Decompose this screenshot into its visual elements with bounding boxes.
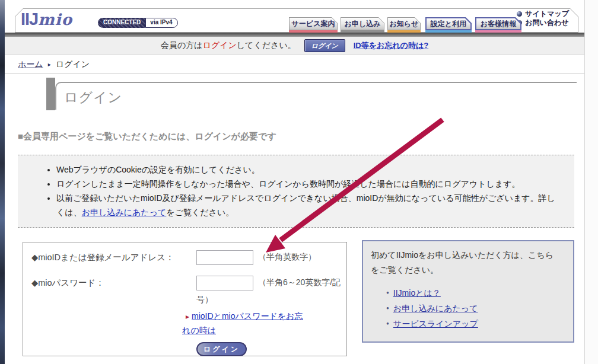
tab-settings-usage[interactable]: 設定と利用: [425, 17, 472, 33]
bullet-icon: ●: [386, 316, 389, 331]
iijmio-logo[interactable]: IIJmio: [21, 9, 72, 29]
signup-guide-inline-link[interactable]: お申し込みにあたって: [82, 207, 167, 217]
breadcrumb-current: ログイン: [56, 59, 90, 70]
page-title-accent-bar: [46, 78, 55, 110]
globe-icon: [517, 11, 522, 17]
window-edge: [0, 0, 5, 364]
forgot-mioid-link[interactable]: mioIDとmioパスワードをお忘れの時は: [182, 311, 303, 335]
nav-tabs: サービス案内 お申し込み お知らせ 設定と利用 お客様情報: [289, 17, 521, 33]
header-utility-links: サイトマップ お問い合わせ: [517, 9, 569, 27]
service-lineup-link[interactable]: サービスラインアップ: [393, 316, 478, 331]
before-signup-link[interactable]: お申し込みにあたって: [393, 301, 478, 316]
header-login-button[interactable]: ログイン: [304, 39, 345, 52]
tab-news[interactable]: お知らせ: [387, 17, 421, 33]
breadcrumb: ホーム ▸ ログイン: [5, 55, 584, 74]
contact-link[interactable]: お問い合わせ: [517, 18, 569, 27]
note-item: WebブラウザのCookieの設定を有効にしてください。: [56, 162, 562, 177]
login-notes-box: WebブラウザのCookieの設定を有効にしてください。 ログインしたまま一定時…: [18, 155, 574, 228]
page: IIJmio CONNECTED via IPv4 サイトマップ お問い合わせ …: [0, 0, 598, 364]
page-title-box: ログイン: [55, 82, 577, 110]
mioid-format-note: （半角英数字）: [258, 252, 316, 261]
bullet-icon: ●: [386, 285, 389, 301]
login-submit-button[interactable]: ログイン: [196, 342, 247, 356]
red-arrow-icon: ▸: [186, 312, 189, 321]
what-is-iijmio-link[interactable]: IIJmioとは？: [393, 285, 441, 301]
via-ipv4-label: via IPv4: [145, 18, 177, 28]
tab-service-guide[interactable]: サービス案内: [289, 17, 338, 33]
page-title: ログイン: [56, 83, 577, 107]
bullet-icon: ●: [386, 301, 389, 316]
logo-mio: mio: [38, 11, 72, 28]
login-bar-message: 会員の方はログインしてください。: [161, 40, 296, 51]
login-bar: 会員の方はログインしてください。 ログイン ID等をお忘れの時は?: [5, 37, 584, 55]
page-right-gutter: [584, 0, 598, 364]
info-box-text: 初めてIIJmioをお申し込みいただく方は、こちらをご覧ください。: [371, 248, 556, 277]
mioid-label: ◆mioIDまたは登録メールアドレス：: [31, 248, 196, 263]
sitemap-link[interactable]: サイトマップ: [517, 9, 569, 18]
note-item: ログインしたまま一定時間操作をしなかった場合や、ログインから数時間が経過した場合…: [56, 177, 562, 191]
login-form: ◆mioIDまたは登録メールアドレス： （半角英数字） ◆mioパスワード： （…: [23, 242, 347, 356]
forgot-id-link[interactable]: ID等をお忘れの時は?: [354, 40, 428, 51]
tab-customer-info[interactable]: お客様情報: [475, 17, 521, 33]
breadcrumb-arrow-icon: ▸: [48, 61, 51, 68]
connected-badge: CONNECTED via IPv4: [98, 18, 178, 28]
breadcrumb-home-link[interactable]: ホーム: [18, 59, 43, 70]
first-time-info-box: 初めてIIJmioをお申し込みいただく方は、こちらをご覧ください。 ●IIJmi…: [362, 240, 574, 343]
logo-iij: IIJ: [21, 9, 38, 28]
note-item: 以前ご登録いただいたmioID及び登録メールアドレスでログインできない場合、mi…: [56, 191, 562, 219]
password-input[interactable]: [196, 276, 253, 290]
connected-label: CONNECTED: [98, 18, 145, 28]
header-divider-bar: [5, 33, 584, 37]
tab-signup[interactable]: お申し込み: [341, 17, 384, 33]
password-label: ◆mioパスワード：: [31, 274, 196, 289]
section-heading: ■会員専用ページをご覧いただくためには、ログインが必要です: [18, 131, 276, 142]
header: IIJmio CONNECTED via IPv4 サイトマップ お問い合わせ …: [15, 8, 578, 33]
mioid-input[interactable]: [196, 250, 253, 265]
forgot-mioid-row: ▸mioIDとmioパスワードをお忘れの時は: [182, 309, 307, 337]
